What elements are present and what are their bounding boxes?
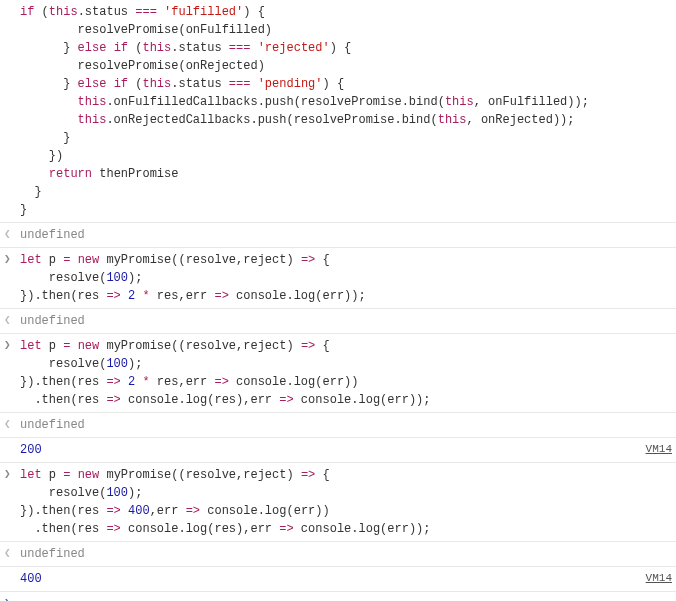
console-prompt[interactable] (0, 592, 676, 601)
source-link[interactable]: VM14 (646, 570, 672, 587)
log-400: 400 VM14 (0, 567, 676, 592)
input-code: let p = new myPromise((resolve,reject) =… (20, 337, 676, 409)
code-content: if (this.status === 'fulfilled') { resol… (20, 3, 676, 219)
input-code: let p = new myPromise((resolve,reject) =… (20, 251, 676, 305)
input-1[interactable]: let p = new myPromise((resolve,reject) =… (0, 248, 676, 309)
code-tail: if (this.status === 'fulfilled') { resol… (0, 0, 676, 223)
input-2[interactable]: let p = new myPromise((resolve,reject) =… (0, 334, 676, 413)
source-link[interactable]: VM14 (646, 441, 672, 458)
result-undefined-2: undefined (0, 309, 676, 334)
log-200: 200 VM14 (0, 438, 676, 463)
input-code: let p = new myPromise((resolve,reject) =… (20, 466, 676, 538)
result-undefined-3: undefined (0, 413, 676, 438)
input-3[interactable]: let p = new myPromise((resolve,reject) =… (0, 463, 676, 542)
result-undefined-1: undefined (0, 223, 676, 248)
result-undefined-4: undefined (0, 542, 676, 567)
